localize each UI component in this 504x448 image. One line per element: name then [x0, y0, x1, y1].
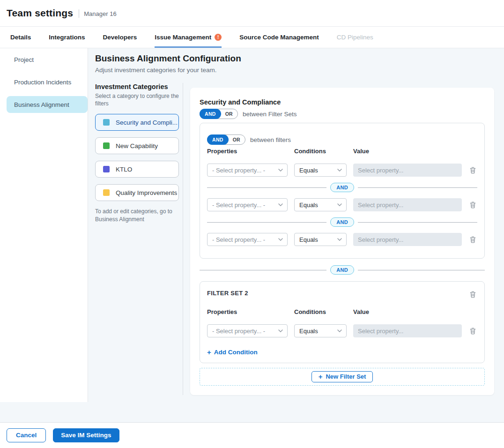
delete-filter-button[interactable] [468, 326, 477, 336]
filter-row: - Select property... - Equals Select pro… [207, 324, 477, 337]
filter-column-headers: Properties Conditions Value [207, 308, 477, 315]
settings-sidebar: Project Production Incidents Business Al… [0, 48, 88, 402]
filter-set-2-card: FILTER SET 2 Properties Conditions Value [200, 281, 485, 363]
value-input: Select property... [353, 324, 462, 337]
and-connector-pill: AND [330, 265, 354, 275]
tab-developers[interactable]: Developers [103, 27, 137, 48]
new-filter-set-dropzone: + New Filter Set [200, 368, 485, 386]
category-ktlo[interactable]: KTLO [95, 161, 179, 178]
category-color-swatch [103, 142, 110, 149]
toggle-caption: between filters [250, 136, 291, 143]
chevron-down-icon [278, 169, 283, 172]
filters-panel: Security and Compliance AND OR between F… [190, 88, 494, 395]
value-input: Select property... [353, 233, 462, 246]
category-color-swatch [103, 119, 110, 126]
property-select[interactable]: - Select property... - [207, 198, 288, 211]
bottom-strip [0, 402, 504, 422]
tab-cd-pipelines: CD Pipelines [337, 27, 373, 48]
header-context-label: Manager 16 [84, 10, 116, 17]
and-connector-pill: AND [330, 183, 354, 192]
value-input: Select property... [353, 198, 462, 211]
filter-set-2-title: FILTER SET 2 [207, 290, 248, 297]
filter-set-connector: AND [200, 265, 485, 275]
properties-header: Properties [207, 308, 288, 315]
trash-icon [469, 291, 476, 298]
tab-bar: Details Integrations Developers Issue Ma… [0, 27, 504, 48]
condition-select[interactable]: Equals [294, 233, 347, 246]
trash-icon [469, 327, 476, 335]
filter-connector: AND [207, 217, 477, 227]
filters-panel-title: Security and Compliance [200, 98, 485, 106]
filters-and-or-toggle[interactable]: AND OR [207, 134, 245, 145]
condition-select[interactable]: Equals [294, 164, 347, 177]
tab-source-code-management[interactable]: Source Code Management [239, 27, 319, 48]
delete-filter-button[interactable] [468, 235, 477, 244]
delete-filter-button[interactable] [468, 200, 477, 209]
chevron-down-icon [337, 169, 342, 172]
main-content: Business Alignment Configuration Adjust … [88, 48, 504, 402]
or-option[interactable]: OR [228, 137, 245, 142]
filter-column-headers: Properties Conditions Value [207, 148, 477, 155]
filter-sets-and-or-toggle[interactable]: AND OR [200, 109, 238, 119]
properties-header: Properties [207, 148, 288, 155]
page-header: Team settings Manager 16 [0, 0, 504, 27]
plus-icon: + [207, 349, 211, 356]
save-im-settings-button[interactable]: Save IM Settings [53, 428, 119, 442]
delete-filter-set-button[interactable] [468, 290, 477, 299]
chevron-down-icon [278, 329, 283, 332]
delete-filter-button[interactable] [468, 165, 477, 175]
categories-title: Investment Categories [95, 83, 179, 90]
chevron-down-icon [278, 203, 283, 206]
categories-hint: Select a category to configure the filte… [95, 92, 179, 107]
column-divider [183, 83, 183, 395]
condition-select[interactable]: Equals [294, 324, 347, 337]
tab-integrations[interactable]: Integrations [49, 27, 85, 48]
new-filter-set-button[interactable]: + New Filter Set [311, 371, 373, 382]
property-select[interactable]: - Select property... - [207, 324, 288, 337]
property-select[interactable]: - Select property... - [207, 164, 288, 177]
categories-footnote: To add or edit categories, go to Busines… [95, 208, 179, 224]
condition-select[interactable]: Equals [294, 198, 347, 211]
plus-icon: + [319, 373, 323, 380]
and-option[interactable]: AND [200, 109, 221, 119]
trash-icon [469, 236, 476, 243]
filter-set-1-card: AND OR between filters Properties Condit… [200, 123, 485, 259]
or-option[interactable]: OR [221, 111, 237, 117]
category-security-and-compliance[interactable]: Security and Compli... [95, 114, 179, 131]
conditions-header: Conditions [294, 148, 347, 155]
and-connector-pill: AND [330, 217, 354, 227]
value-header: Value [353, 308, 462, 315]
value-input: Select property... [353, 164, 462, 177]
chevron-down-icon [337, 203, 342, 206]
filters-panel-wrap: Security and Compliance AND OR between F… [190, 83, 494, 395]
tab-issue-management[interactable]: Issue Management ! [155, 27, 222, 48]
trash-icon [469, 201, 476, 209]
investment-categories-column: Investment Categories Select a category … [95, 83, 179, 395]
filter-row: - Select property... - Equals Select pro… [207, 198, 477, 211]
sidebar-item-project[interactable]: Project [7, 51, 88, 68]
add-condition-button[interactable]: + Add Condition [207, 349, 258, 356]
chevron-down-icon [337, 329, 342, 332]
alert-badge-icon: ! [215, 34, 222, 41]
cancel-button[interactable]: Cancel [7, 428, 46, 442]
category-new-capability[interactable]: New Capability [95, 137, 179, 154]
filter-connector: AND [207, 183, 477, 192]
sidebar-item-business-alignment[interactable]: Business Alignment [7, 96, 88, 113]
category-color-swatch [103, 189, 110, 196]
trash-icon [469, 166, 476, 174]
category-quality-improvements[interactable]: Quality Improvements [95, 184, 179, 201]
tab-details[interactable]: Details [10, 27, 31, 48]
and-option[interactable]: AND [207, 134, 229, 145]
chevron-down-icon [278, 238, 283, 241]
section-title: Business Alignment Configuration [95, 53, 494, 64]
sidebar-item-production-incidents[interactable]: Production Incidents [7, 74, 88, 90]
section-subtitle: Adjust investment categories for your te… [95, 67, 494, 74]
property-select[interactable]: - Select property... - [207, 233, 288, 246]
category-color-swatch [103, 166, 110, 172]
conditions-header: Conditions [294, 308, 347, 315]
page-title: Team settings [7, 7, 73, 19]
title-divider [79, 9, 79, 18]
action-footer: Cancel Save IM Settings [0, 422, 504, 448]
toggle-caption: between Filter Sets [243, 111, 297, 118]
value-header: Value [353, 148, 462, 155]
